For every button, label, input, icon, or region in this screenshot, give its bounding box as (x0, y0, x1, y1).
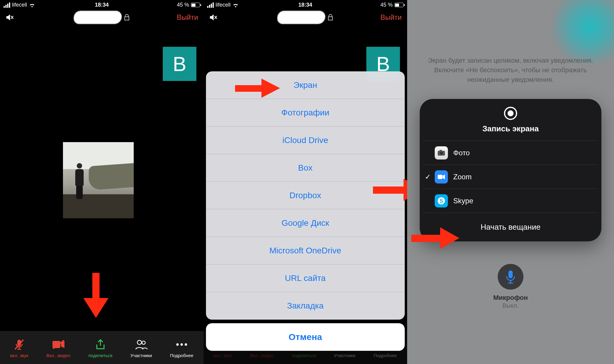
participant-tile[interactable]: B (163, 47, 196, 81)
svg-rect-18 (438, 175, 443, 179)
participants-icon (135, 338, 148, 351)
toolbar-video-label: Вкл...видео (46, 353, 70, 358)
camera-off-icon (52, 338, 65, 351)
sheet-item-onedrive[interactable]: Microsoft OneDrive (206, 237, 405, 264)
meeting-title (74, 11, 130, 24)
microphone-state: Выкл. (407, 302, 614, 309)
skype-app-icon: S (435, 194, 448, 207)
battery-percent: 45 % (177, 2, 189, 8)
zoom-app-icon (435, 170, 448, 183)
svg-rect-17 (440, 150, 442, 151)
carrier-label: lifecell (12, 2, 27, 8)
toolbar-video[interactable]: Вкл...видео (46, 338, 70, 358)
toolbar-participants-label: Участники (130, 353, 152, 358)
broadcast-title: Запись экрана (423, 124, 598, 133)
lock-icon (328, 14, 333, 21)
svg-marker-23 (440, 227, 459, 249)
speaker-mute-button[interactable] (5, 13, 14, 22)
wifi-icon (29, 3, 35, 7)
broadcast-card: Запись экрана Фото ✓ Zoom S Skype (420, 99, 601, 241)
microphone-label: Микрофон (407, 294, 614, 302)
signal-bars-icon (207, 2, 214, 8)
more-icon (175, 338, 188, 351)
svg-rect-13 (373, 186, 406, 194)
exit-button[interactable]: Выйти (177, 13, 198, 22)
record-icon (504, 107, 517, 120)
broadcast-app-skype[interactable]: S Skype (423, 189, 598, 213)
toolbar-share-label: поделиться (88, 353, 112, 358)
svg-point-16 (440, 152, 443, 155)
broadcast-app-photo[interactable]: Фото (423, 141, 598, 165)
sheet-item-photos[interactable]: Фотографии (206, 99, 405, 127)
checkmark-icon: ✓ (423, 173, 432, 181)
sheet-item-googledrive[interactable]: Google Диск (206, 209, 405, 237)
svg-marker-12 (261, 79, 280, 98)
exit-button[interactable]: Выйти (380, 13, 402, 22)
broadcast-app-zoom[interactable]: ✓ Zoom (423, 165, 598, 189)
svg-rect-22 (411, 235, 443, 242)
photos-app-icon (435, 146, 448, 160)
broadcast-app-photo-label: Фото (453, 149, 470, 157)
svg-point-6 (137, 340, 142, 345)
annotation-arrow-to-zoom (373, 179, 407, 201)
svg-rect-0 (92, 273, 100, 300)
status-time: 18:34 (95, 2, 109, 8)
microphone-icon (505, 270, 516, 284)
share-icon (94, 338, 107, 351)
toolbar-more[interactable]: Подробнее (170, 338, 193, 358)
broadcast-hint-text: Экран будет записан целиком, включая уве… (419, 56, 602, 85)
battery-icon (191, 3, 200, 7)
svg-rect-11 (235, 85, 264, 92)
battery-percent: 45 % (380, 2, 393, 8)
participant-initial: B (173, 52, 186, 76)
carrier-label: lifecell (216, 2, 231, 8)
self-video-tile[interactable] (63, 142, 134, 218)
toolbar-more-label: Подробнее (170, 353, 193, 358)
sheet-item-icloud[interactable]: iCloud Drive (206, 127, 405, 154)
svg-marker-1 (83, 298, 109, 318)
sheet-item-url[interactable]: URL сайта (206, 264, 405, 292)
battery-icon (395, 3, 404, 7)
microphone-toggle[interactable] (498, 264, 523, 290)
broadcast-app-skype-label: Skype (453, 197, 473, 205)
sheet-cancel-button[interactable]: Отмена (206, 323, 405, 351)
svg-point-9 (180, 343, 183, 346)
status-time: 18:34 (298, 2, 312, 8)
signal-bars-icon (4, 2, 10, 8)
lock-icon (124, 14, 130, 21)
svg-marker-19 (443, 175, 445, 179)
annotation-arrow-down (83, 273, 109, 318)
svg-text:S: S (440, 198, 443, 204)
mic-off-icon (13, 338, 26, 351)
toolbar-share[interactable]: поделиться (88, 338, 112, 358)
sheet-item-bookmark[interactable]: Закладка (206, 292, 405, 320)
annotation-arrow-start (411, 227, 459, 249)
annotation-arrow-screen (235, 79, 280, 98)
svg-point-7 (142, 341, 145, 344)
sheet-item-box[interactable]: Box (206, 154, 405, 182)
speaker-mute-button[interactable] (209, 13, 218, 22)
status-bar: lifecell 18:34 45 % (0, 0, 204, 9)
broadcast-app-zoom-label: Zoom (453, 173, 472, 181)
toolbar-audio-label: вкл. звук (10, 353, 28, 358)
svg-point-10 (185, 343, 187, 346)
zoom-toolbar: вкл. звук Вкл...видео поделиться Участни… (0, 331, 204, 364)
wifi-icon (232, 3, 239, 7)
svg-rect-24 (508, 270, 513, 278)
status-bar: lifecell 18:34 45 % (204, 0, 407, 9)
svg-point-8 (176, 343, 179, 346)
toolbar-audio[interactable]: вкл. звук (10, 338, 28, 358)
toolbar-participants[interactable]: Участники (130, 338, 152, 358)
meeting-title (277, 11, 333, 24)
svg-marker-14 (404, 179, 407, 201)
